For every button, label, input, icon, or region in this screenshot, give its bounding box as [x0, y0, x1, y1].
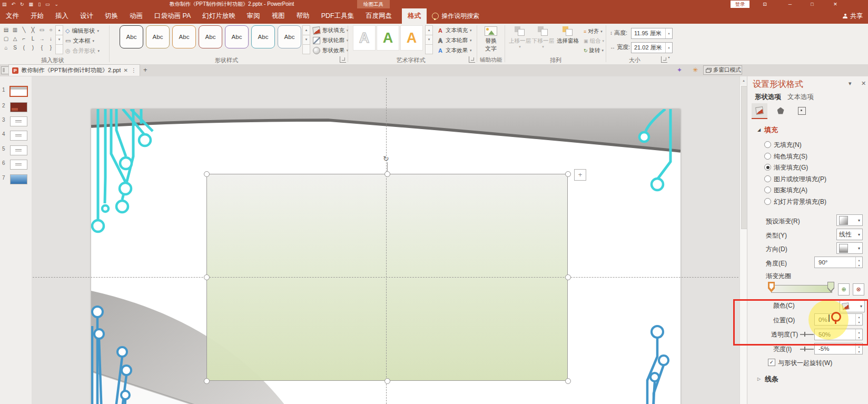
text-outline-button[interactable]: A 文本轮廓 ▾: [437, 37, 472, 44]
pane-close-icon[interactable]: ✕: [861, 80, 866, 87]
text-effects-button[interactable]: A 文本效果 ▾: [437, 47, 472, 54]
shape-gallery-icon[interactable]: ⌐: [19, 34, 28, 43]
edit-shape-button[interactable]: ◇ 编辑形状 ▾: [65, 27, 99, 35]
close-button[interactable]: ✕: [825, 0, 846, 8]
slide-thumbnail-4[interactable]: [10, 131, 27, 141]
wordart-scroll-up-icon[interactable]: ▴: [425, 25, 433, 35]
tab-animations[interactable]: 动画: [124, 8, 149, 24]
tab-home[interactable]: 开始: [25, 8, 50, 24]
slide-thumbnail-6[interactable]: [10, 160, 27, 170]
direction-dropdown[interactable]: ▾: [836, 242, 863, 254]
shape-outline-button[interactable]: 形状轮廓 ▾: [313, 37, 349, 44]
shape-fill-button[interactable]: 形状填充 ▾: [313, 27, 349, 34]
angle-input[interactable]: 90° ▴▾: [814, 257, 863, 268]
brightness-input[interactable]: -5% ▴▾: [814, 343, 863, 354]
canvas-vertical-scrollbar[interactable]: ▴: [739, 76, 747, 404]
text-fill-button[interactable]: A 文本填充 ▾: [437, 27, 472, 34]
shape-gallery-icon[interactable]: {: [37, 43, 46, 52]
rotate-button[interactable]: ↻ 旋转 ▾: [584, 47, 604, 54]
shape-gallery-icon[interactable]: ▭: [37, 25, 46, 34]
resize-handle-middle-right[interactable]: [565, 274, 571, 280]
radio-no-fill-label[interactable]: 无填充(N): [774, 141, 802, 150]
radio-background-fill-label[interactable]: 幻灯片背景填充(B): [774, 198, 826, 206]
open-file-icon[interactable]: ▭: [45, 0, 50, 8]
color-dropdown[interactable]: ▾: [840, 300, 865, 312]
tab-review[interactable]: 审阅: [241, 8, 266, 24]
shape-style-preset[interactable]: Abc: [199, 25, 222, 48]
undo-icon[interactable]: ↶: [12, 0, 16, 8]
tab-slideshow[interactable]: 幻灯片放映: [196, 8, 241, 24]
spin-up-icon[interactable]: ▴: [666, 28, 672, 38]
radio-background-fill[interactable]: [764, 198, 771, 205]
styles-more-icon[interactable]: [302, 44, 310, 54]
multi-window-mode-button[interactable]: 多窗口模式: [703, 65, 742, 75]
section-expanded-icon[interactable]: ◢: [757, 127, 761, 132]
shape-gallery-icon[interactable]: △: [11, 34, 19, 43]
group-button[interactable]: ▣ 组合 ▾: [584, 37, 604, 45]
maximize-button[interactable]: □: [802, 0, 823, 8]
wordart-preset-orange[interactable]: A: [400, 25, 423, 51]
wordart-scroll-down-icon[interactable]: ▾: [425, 35, 433, 45]
add-gradient-stop-button[interactable]: ⊕: [838, 283, 850, 295]
rotation-handle[interactable]: ↻: [383, 154, 389, 163]
sign-in-button[interactable]: 登录: [731, 1, 749, 8]
text-box-button[interactable]: ▭ 文本框 ▾: [65, 37, 94, 45]
tab-design[interactable]: 设计: [74, 8, 99, 24]
tab-insert[interactable]: 插入: [50, 8, 74, 24]
size-dialog-launcher-icon[interactable]: [661, 56, 667, 63]
shape-gallery-icon[interactable]: L: [28, 34, 37, 43]
shape-gallery-icon[interactable]: ╲: [19, 25, 28, 34]
gradient-stop-track[interactable]: [771, 285, 832, 293]
spin-down-icon[interactable]: ▾: [856, 336, 862, 339]
radio-pattern-fill[interactable]: [764, 186, 771, 193]
magic-wand-icon[interactable]: ✦: [677, 66, 682, 74]
remove-gradient-stop-button[interactable]: ⊗: [853, 283, 864, 295]
shape-gallery-icon[interactable]: ╳: [28, 25, 37, 34]
gallery-scroll-up-icon[interactable]: ▴: [55, 25, 63, 35]
redo-icon[interactable]: ↻: [20, 0, 24, 8]
spin-down-icon[interactable]: ▾: [856, 263, 862, 267]
wordart-preset-green[interactable]: A: [377, 25, 399, 51]
tab-pdf-tools[interactable]: PDF工具集: [315, 8, 360, 24]
fill-line-icon-button[interactable]: [752, 103, 767, 119]
tab-view[interactable]: 视图: [266, 8, 291, 24]
transparency-slider[interactable]: [800, 334, 814, 335]
customize-qat-icon[interactable]: ⌄: [55, 0, 59, 8]
shape-effects-button[interactable]: 形状效果 ▾: [313, 47, 349, 54]
shape-gallery-icon[interactable]: ▥: [11, 25, 19, 34]
rotate-with-shape-checkbox[interactable]: ✓: [768, 359, 775, 366]
spin-up-icon[interactable]: ▴: [856, 258, 862, 262]
resize-handle-bottom-center[interactable]: [384, 378, 390, 384]
merge-shapes-button[interactable]: ◎ 合并形状 ▾: [65, 47, 100, 55]
rotate-with-shape-label[interactable]: 与形状一起旋转(W): [778, 359, 832, 368]
preset-gradient-dropdown[interactable]: ▾: [836, 214, 863, 226]
shape-style-preset[interactable]: Abc: [225, 25, 249, 48]
tab-transitions[interactable]: 切换: [99, 8, 124, 24]
slide-thumbnail-7[interactable]: [10, 174, 27, 184]
new-file-icon[interactable]: ▯: [38, 0, 41, 8]
size-properties-icon-button[interactable]: [794, 103, 810, 118]
spin-down-icon[interactable]: ▾: [856, 320, 862, 324]
shape-style-preset[interactable]: Abc: [172, 25, 196, 48]
styles-scroll-down-icon[interactable]: ▾: [302, 35, 310, 45]
selection-pane-button[interactable]: 选择窗格: [555, 25, 580, 45]
radio-gradient-fill-label[interactable]: 渐变填充(G): [774, 163, 808, 172]
wordart-more-icon[interactable]: [425, 44, 433, 54]
minimize-button[interactable]: ─: [780, 0, 801, 8]
ribbon-options-button[interactable]: ⊡: [754, 0, 775, 8]
brightness-slider[interactable]: [800, 349, 814, 350]
resize-handle-top-left[interactable]: [204, 171, 210, 177]
alt-text-button[interactable]: 替换 文字: [479, 25, 502, 53]
gallery-more-icon[interactable]: [55, 44, 63, 54]
new-tab-button[interactable]: +: [143, 66, 147, 74]
tab-help[interactable]: 帮助: [291, 8, 315, 24]
slide-thumbnail-2[interactable]: [10, 102, 27, 112]
vertical-guide[interactable]: [386, 78, 387, 404]
radio-pattern-fill-label[interactable]: 图案填充(A): [774, 186, 807, 195]
document-tab[interactable]: P 教你制作《PPT制作倒计时功能》2.pptx ✕ ⋮: [8, 64, 140, 76]
spin-up-icon[interactable]: ▴: [856, 330, 862, 334]
save-icon[interactable]: ▤: [2, 0, 7, 8]
slide-thumbnail-1[interactable]: [9, 86, 28, 97]
scrollbar-up-icon[interactable]: ▴: [740, 76, 747, 85]
styles-scroll-up-icon[interactable]: ▴: [302, 25, 310, 35]
